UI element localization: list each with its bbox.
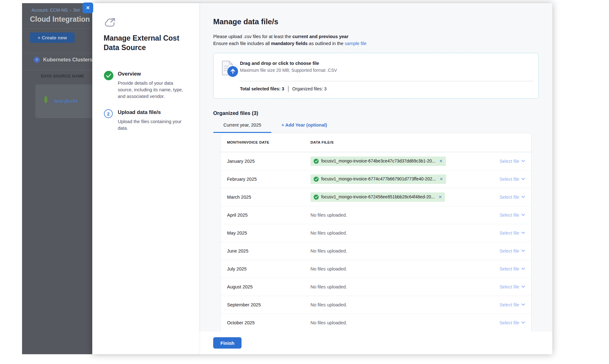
dropzone-title: Drag and drop or click to choose file (240, 61, 319, 66)
cloud-export-icon (104, 17, 117, 29)
table-row-october: October 2025 No files uploaded. Select f… (221, 314, 531, 332)
check-circle-icon (314, 195, 319, 200)
breadcrumb: Account: CCM-NG›Set (31, 8, 80, 13)
step-description: Provide details of your data source, inc… (118, 80, 186, 100)
year-tab-panel: MONTH/INVOICE DATE DATA FILE/S January 2… (213, 133, 539, 332)
kubernetes-icon (34, 57, 40, 63)
app-window: Account: CCM-NG›Set Cloud Integration + … (22, 3, 552, 354)
remove-file-icon[interactable]: ✕ (439, 195, 442, 199)
table-row-april: April 2025 No files uploaded. Select fil… (221, 206, 531, 224)
select-file-dropdown[interactable]: Select file (499, 320, 525, 325)
table-header-row: MONTH/INVOICE DATE DATA FILE/S (221, 133, 531, 152)
page-title: Cloud Integration (30, 15, 90, 24)
upload-step-panel: Manage data file/s Please upload .csv fi… (199, 3, 552, 354)
table-row-august: August 2025 No files uploaded. Select fi… (221, 278, 531, 296)
step-label: Overview (118, 71, 186, 77)
breadcrumb-trail-link[interactable]: Set (73, 8, 80, 13)
empty-text: No files uploaded. (310, 266, 347, 271)
select-file-dropdown[interactable]: Select file (499, 302, 525, 307)
upload-instructions: Please upload .csv files for at least th… (213, 33, 539, 47)
file-upload-icon (221, 60, 239, 77)
divider (22, 53, 92, 53)
table-row-june: June 2025 No files uploaded. Select file (221, 242, 531, 260)
mongodb-leaf-icon (43, 95, 48, 104)
upload-step-content: Manage data file/s Please upload .csv fi… (199, 3, 552, 332)
check-circle-icon (314, 159, 319, 164)
chevron-down-icon (521, 160, 525, 162)
select-file-dropdown[interactable]: Select file (499, 248, 525, 253)
upload-arrow-icon (227, 66, 238, 77)
tab-current-year[interactable]: Current year, 2025 (213, 122, 271, 133)
chevron-down-icon (521, 196, 525, 198)
organized-files-count: Organized files: 3 (292, 86, 327, 91)
select-file-dropdown[interactable]: Select file (499, 266, 525, 271)
empty-text: No files uploaded. (310, 284, 347, 289)
wizard-title: Manage External Cost Data Source (104, 33, 184, 53)
step-label: Upload data file/s (118, 109, 186, 115)
sample-file-link[interactable]: sample file (345, 41, 367, 46)
tab-kubernetes-clusters[interactable]: Kubernetes Clusters (34, 57, 92, 63)
table-row-march: March 2025 focusv1_mongo-invoice-672456e… (221, 188, 531, 206)
divider (288, 86, 289, 92)
remove-file-icon[interactable]: ✕ (439, 159, 443, 163)
chevron-down-icon (521, 304, 525, 306)
empty-text: No files uploaded. (310, 213, 347, 218)
add-year-button[interactable]: + Add Year (optional) (280, 122, 329, 133)
table-row-february: February 2025 focusv1_mongo-invoice-6774… (221, 170, 531, 188)
total-selected-files: Total selected files: 3 (240, 86, 284, 91)
chevron-down-icon (521, 250, 525, 252)
step-number-badge: 2 (104, 109, 113, 118)
create-new-button[interactable]: + Create new (30, 32, 75, 43)
table-row-september: September 2025 No files uploaded. Select… (221, 296, 531, 314)
select-file-dropdown[interactable]: Select file (499, 195, 525, 200)
chevron-down-icon (521, 214, 525, 216)
step-upload-data-files[interactable]: 2 Upload data file/s Upload the files co… (104, 109, 186, 132)
chevron-down-icon (521, 232, 525, 234)
select-file-dropdown[interactable]: Select file (499, 213, 525, 218)
chevron-down-icon (521, 321, 525, 324)
column-header-data-files: DATA FILE/S (310, 140, 531, 144)
organized-files-heading: Organized files (3) (213, 110, 539, 116)
uploaded-file-chip: focusv1_mongo-invoice-674be3ce47c73d37dd… (310, 156, 446, 166)
wizard-panel: Manage External Cost Data Source Overvie… (92, 3, 199, 354)
column-header-data-source-name: DATA SOURCE NAME (41, 74, 84, 78)
step-complete-icon (104, 71, 113, 80)
chevron-down-icon (521, 268, 525, 270)
data-source-name-link[interactable]: test-jbisht (54, 98, 77, 104)
table-row-july: July 2025 No files uploaded. Select file (221, 260, 531, 278)
year-tabbar: Current year, 2025 + Add Year (optional) (213, 122, 539, 133)
chevron-down-icon (521, 178, 525, 180)
divider (22, 28, 92, 29)
empty-text: No files uploaded. (310, 302, 347, 307)
uploaded-file-chip: focusv1_mongo-invoice-6774c477b667901d77… (310, 174, 446, 184)
manage-data-source-drawer: ✕ Manage External Cost Data Source Ove (92, 3, 552, 354)
empty-text: No files uploaded. (310, 230, 347, 236)
step-overview[interactable]: Overview Provide details of your data so… (104, 71, 186, 100)
background-page: Account: CCM-NG›Set Cloud Integration + … (22, 3, 92, 354)
check-circle-icon (314, 177, 319, 182)
file-dropzone[interactable]: Drag and drop or click to choose file Ma… (213, 53, 539, 99)
months-table: MONTH/INVOICE DATE DATA FILE/S January 2… (220, 133, 532, 332)
step-description: Upload the files containing your data. (118, 118, 186, 132)
table-row-may: May 2025 No files uploaded. Select file (221, 224, 531, 242)
column-header-month: MONTH/INVOICE DATE (221, 140, 310, 144)
drawer-footer: Finish (199, 332, 552, 354)
empty-text: No files uploaded. (310, 320, 347, 325)
breadcrumb-account-link[interactable]: Account: CCM-NG (31, 8, 68, 13)
finish-button[interactable]: Finish (213, 337, 242, 349)
close-icon[interactable]: ✕ (83, 3, 93, 13)
empty-text: No files uploaded. (310, 248, 347, 253)
file-counts: Total selected files: 3 Organized files:… (240, 86, 327, 92)
table-row-january: January 2025 focusv1_mongo-invoice-674be… (221, 152, 531, 170)
breadcrumb-chevron-icon: › (70, 8, 71, 13)
divider (22, 70, 92, 70)
dropzone-subtitle: Maximum file size 20 MB; Supported forma… (240, 68, 337, 73)
data-source-row[interactable]: test-jbisht (35, 84, 92, 118)
panel-title: Manage data file/s (213, 17, 539, 26)
select-file-dropdown[interactable]: Select file (499, 284, 525, 289)
select-file-dropdown[interactable]: Select file (499, 230, 525, 236)
select-file-dropdown[interactable]: Select file (499, 177, 525, 182)
chevron-down-icon (521, 286, 525, 288)
remove-file-icon[interactable]: ✕ (440, 177, 443, 181)
select-file-dropdown[interactable]: Select file (499, 159, 525, 164)
